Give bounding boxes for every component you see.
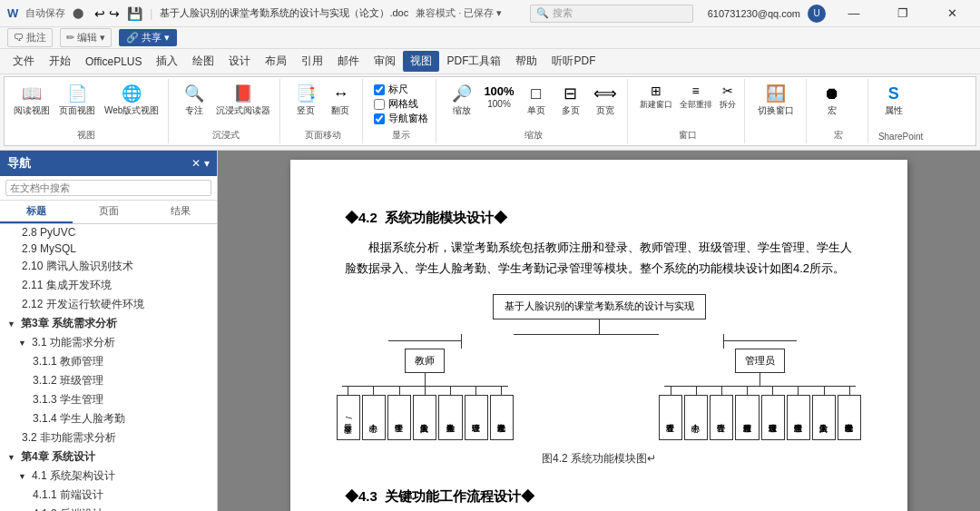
nav-item-412[interactable]: 4.1.2 后端设计 <box>0 505 217 511</box>
close-btn-win[interactable]: ✕ <box>931 0 973 27</box>
share-btn[interactable]: 🔗 共享 ▾ <box>119 29 177 46</box>
nav-item-ch4[interactable]: ▼第4章 系统设计 <box>0 447 217 467</box>
menu-item-help[interactable]: 帮助 <box>508 51 544 72</box>
user-avatar[interactable]: U <box>808 5 826 23</box>
reading-view-icon: 📖 <box>22 84 42 104</box>
menu-item-draw[interactable]: 绘图 <box>185 51 221 72</box>
zoom100-btn[interactable]: 100% 100% <box>480 83 517 111</box>
org-chart-container: 基于人脸识别的课堂考勤系统的设计与实现 <box>345 294 853 469</box>
properties-btn[interactable]: S 属性 <box>877 83 910 119</box>
nav-item-311[interactable]: 3.1.1 教师管理 <box>0 352 217 371</box>
nav-item-pyuvc[interactable]: 2.8 PyUVC <box>0 224 217 241</box>
ac3: 管理公告 <box>710 386 733 440</box>
nav-item-ide[interactable]: 2.11 集成开发环境 <box>0 276 217 295</box>
section-42-title: ◆4.2 系统功能模块设计◆ <box>345 205 853 230</box>
ribbon-content: 📖 阅读视图 📄 页面视图 🌐 Web版式视图 视图 🔍 专注 <box>4 76 976 146</box>
ac8: 学生考勤记录管理 <box>838 386 861 440</box>
menu-item-file[interactable]: 文件 <box>5 51 42 72</box>
menu-item-insert[interactable]: 插入 <box>149 51 185 72</box>
menu-item-review[interactable]: 审阅 <box>367 51 403 72</box>
arrange-all-btn[interactable]: ≡ 全部重排 <box>677 83 715 112</box>
sidebar-close-btn[interactable]: ✕ <box>191 157 201 170</box>
flip-btn[interactable]: ↔ 翻页 <box>324 83 357 119</box>
page-view-btn[interactable]: 📄 页面视图 <box>55 83 99 119</box>
admin-child-2: 个人中心 <box>684 395 708 440</box>
ribbon-group-show: 标尺 网格线 导航窗格 显示 <box>370 79 436 143</box>
switch-window-btn[interactable]: 🪟 切换窗口 <box>754 83 798 119</box>
menu-item-listen[interactable]: 听听PDF <box>544 51 603 72</box>
split-btn[interactable]: ✂ 拆分 <box>717 83 739 112</box>
immersive-group-items: 🔍 专注 📕 沉浸式阅读器 <box>178 81 274 127</box>
nav-item-41[interactable]: ▼4.1 系统架构设计 <box>0 467 217 486</box>
menu-item-officeplus[interactable]: OfficePLUS <box>78 53 149 71</box>
tc2: 个人中心 <box>362 386 386 440</box>
teacher-child-4: 学生人脸录入 <box>413 395 436 440</box>
reading-view-btn[interactable]: 📖 阅读视图 <box>10 83 54 119</box>
nav-item-313[interactable]: 3.1.3 学生管理 <box>0 390 217 409</box>
main-branch: 教师 注册/登录 <box>337 334 862 441</box>
page-width-btn[interactable]: ⟺ 页宽 <box>589 83 622 119</box>
chart-label: 图4.2 系统功能模块图↵ <box>345 449 853 469</box>
nav-item-env[interactable]: 2.12 开发运行软硬件环境 <box>0 295 217 314</box>
nav-item-312[interactable]: 3.1.2 班级管理 <box>0 371 217 390</box>
maximize-btn[interactable]: ❐ <box>882 0 924 27</box>
nav-item-314[interactable]: 3.1.4 学生人脸考勤 <box>0 409 217 428</box>
zoom-btn[interactable]: 🔎 缩放 <box>446 83 478 119</box>
properties-icon: S <box>888 84 899 104</box>
zoom-group-items: 🔎 缩放 100% 100% □ 单页 ⊟ 多页 ⟺ 页宽 <box>446 81 621 127</box>
page-view-label: 页面视图 <box>59 104 95 117</box>
undo-btn[interactable]: ↩ <box>94 6 105 21</box>
page-view-icon: 📄 <box>67 84 87 104</box>
ribbon-group-pagemove: 📑 竖页 ↔ 翻页 页面移动 <box>288 79 363 143</box>
sidebar-tab-page[interactable]: 页面 <box>73 201 145 223</box>
admin-children: 管理查看 个人中心 管理公告 <box>659 386 862 440</box>
ribbon: 📖 阅读视图 📄 页面视图 🌐 Web版式视图 视图 🔍 专注 <box>0 74 980 151</box>
gridline-checkbox[interactable] <box>374 99 385 110</box>
navpanel-checkbox[interactable] <box>374 113 385 124</box>
nav-item-mysql[interactable]: 2.9 MySQL <box>0 241 217 257</box>
ribbon-group-sharepoint: S 属性 SharePoint <box>876 79 930 143</box>
minimize-btn[interactable]: — <box>833 0 875 27</box>
sidebar-options-btn[interactable]: ▾ <box>204 157 210 170</box>
sidebar-tab-heading[interactable]: 标题 <box>0 201 73 223</box>
menu-item-layout[interactable]: 布局 <box>258 51 294 72</box>
nav-item-face[interactable]: 2.10 腾讯人脸识别技术 <box>0 257 217 276</box>
multi-page-btn[interactable]: ⊟ 多页 <box>554 83 587 119</box>
macro-btn[interactable]: ⏺ 宏 <box>816 83 848 119</box>
menu-item-view[interactable]: 视图 <box>403 51 439 72</box>
menu-item-pdf[interactable]: PDF工具箱 <box>439 51 508 72</box>
pagemove-group-label: 页面移动 <box>289 127 357 142</box>
search-bar[interactable]: 🔍 搜索 <box>530 5 693 23</box>
ruler-checkbox[interactable] <box>374 84 385 95</box>
menu-item-reference[interactable]: 引用 <box>294 51 330 72</box>
user-info[interactable]: 610731230@qq.com <box>708 8 800 19</box>
save-btn[interactable]: 💾 <box>127 6 142 21</box>
autosave-toggle[interactable]: ⬤ <box>73 7 83 19</box>
new-window-btn[interactable]: ⊞ 新建窗口 <box>637 83 675 112</box>
menu-item-mail[interactable]: 邮件 <box>330 51 367 72</box>
sidebar-tab-result[interactable]: 结果 <box>144 201 217 223</box>
reader-btn[interactable]: 📕 沉浸式阅读器 <box>212 83 274 119</box>
comment-btn[interactable]: 🗨 批注 <box>7 28 53 47</box>
doc-page: ◆4.2 系统功能模块设计◆ 根据系统分析，课堂考勤系统包括教师注册和登录、教师… <box>290 160 907 511</box>
tc7: 考勤记录查改 <box>490 386 514 440</box>
topbar-right: 610731230@qq.com U — ❐ ✕ <box>708 0 973 27</box>
single-page-btn[interactable]: □ 单页 <box>520 83 553 119</box>
edit-btn[interactable]: ✏ 编辑 ▾ <box>60 28 112 47</box>
nav-item-ch3[interactable]: ▼第3章 系统需求分析 <box>0 314 217 333</box>
menu-item-home[interactable]: 开始 <box>42 51 78 72</box>
nav-item-func-req[interactable]: ▼3.1 功能需求分析 <box>0 333 217 352</box>
redo-btn[interactable]: ↪ <box>109 6 120 21</box>
menu-item-design[interactable]: 设计 <box>221 51 258 72</box>
teacher-branch: 教师 注册/登录 <box>337 334 514 441</box>
focus-label: 专注 <box>185 104 203 117</box>
vertical-btn[interactable]: 📑 竖页 <box>289 83 322 119</box>
web-view-btn[interactable]: 🌐 Web版式视图 <box>101 83 162 119</box>
sidebar-search-input[interactable] <box>5 180 211 196</box>
vertical-label: 竖页 <box>297 104 315 117</box>
focus-btn[interactable]: 🔍 专注 <box>178 83 211 119</box>
nav-item-411[interactable]: 4.1.1 前端设计 <box>0 486 217 505</box>
split-icon: ✂ <box>722 84 733 99</box>
menu-bar: 文件 开始 OfficePLUS 插入 绘图 设计 布局 引用 邮件 审阅 视图… <box>0 49 980 74</box>
nav-item-32[interactable]: 3.2 非功能需求分析 <box>0 428 217 447</box>
